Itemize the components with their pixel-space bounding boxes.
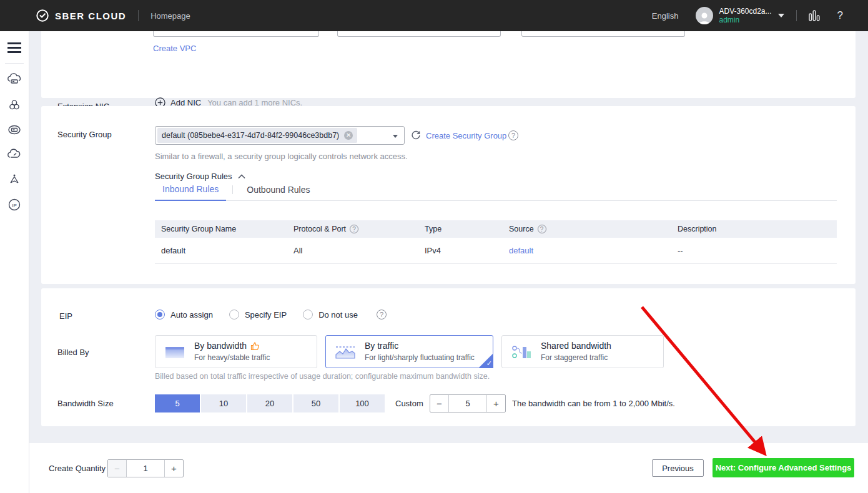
radio-specify-eip-label[interactable]: Specify EIP [245, 310, 287, 320]
account-menu[interactable]: ADV-360cd2a... admin [719, 7, 771, 24]
bw-value[interactable]: 5 [448, 395, 487, 412]
remove-tag-icon[interactable]: ✕ [344, 131, 353, 140]
table-row: default All IPv4 default -- [155, 238, 837, 264]
security-group-card: Security Group default (085bebe4-e317-4d… [41, 106, 856, 284]
source-default-link[interactable]: default [509, 246, 533, 255]
svg-text:IP: IP [12, 203, 17, 208]
thumbs-up-icon [250, 341, 260, 351]
col-security-group-name: Security Group Name [155, 225, 287, 233]
refresh-icon[interactable] [411, 130, 421, 140]
next-button[interactable]: Next: Configure Advanced Settings [713, 458, 854, 477]
subnet-select-cutoff[interactable] [337, 31, 501, 37]
col-description: Description [671, 225, 837, 233]
cloud-gauge-icon [7, 147, 22, 162]
create-security-group-link[interactable]: Create Security Group [426, 131, 506, 140]
help-icon[interactable]: ? [837, 9, 843, 22]
table-header-row: Security Group Name Protocol & Port? Typ… [155, 220, 837, 238]
radio-auto-assign-label[interactable]: Auto assign [170, 310, 213, 320]
cloud-server-icon [7, 72, 22, 87]
col-type: Type [418, 225, 503, 233]
radio-do-not-use-label[interactable]: Do not use [318, 310, 358, 320]
brand-logo[interactable]: SBER CLOUD [36, 9, 126, 22]
sidebar-item-ecs[interactable] [6, 72, 22, 88]
sidebar-item-server-group[interactable] [6, 97, 22, 113]
tab-inbound-rules[interactable]: Inbound Rules [155, 184, 226, 201]
billed-by-label: Billed By [57, 348, 89, 357]
billed-card-subtitle: For light/sharply fluctuating traffic [365, 353, 475, 363]
bw-preset-10[interactable]: 10 [201, 394, 246, 412]
sidebar-item-eip[interactable]: IP [6, 197, 22, 213]
qty-decrease-button[interactable]: − [108, 460, 126, 477]
billed-card-subtitle: For heavy/stable traffic [194, 353, 270, 363]
menu-icon[interactable] [7, 40, 21, 56]
traffic-chart-icon [334, 343, 357, 361]
group-icon [7, 97, 22, 112]
sidebar-item-image-service[interactable] [6, 172, 22, 188]
account-caret-icon[interactable] [778, 14, 784, 17]
billed-note: Billed based on total traffic irrespecti… [155, 372, 490, 381]
create-vpc-link[interactable]: Create VPC [153, 44, 196, 53]
avatar[interactable] [696, 7, 713, 24]
cell-type: IPv4 [418, 246, 503, 255]
user-icon [697, 11, 712, 24]
qty-increase-button[interactable]: + [165, 460, 183, 477]
ip-icon: IP [7, 197, 22, 212]
bandwidth-presets: 5 10 20 50 100 [155, 394, 385, 412]
radio-do-not-use[interactable] [303, 310, 313, 320]
sidebar-item-dedicated-host[interactable] [6, 122, 22, 138]
billed-by-options: By bandwidth For heavy/stable traffic By… [155, 335, 664, 368]
bandwidth-size-label: Bandwidth Size [57, 399, 114, 408]
billed-card-by-traffic[interactable]: By traffic For light/sharply fluctuating… [325, 335, 493, 368]
security-group-rules-label: Security Group Rules [155, 172, 232, 181]
sidebar-item-auto-scaling[interactable] [6, 147, 22, 163]
bw-decrease-button[interactable]: − [430, 395, 448, 412]
billed-card-title: Shared bandwidth [541, 341, 611, 351]
bandwidth-chart-icon [164, 343, 186, 361]
usage-stats-icon[interactable] [809, 10, 820, 21]
tab-outbound-rules[interactable]: Outbound Rules [239, 185, 317, 200]
qty-value[interactable]: 1 [126, 460, 165, 477]
left-sidebar: IP [0, 31, 29, 493]
security-group-help-icon[interactable]: ? [508, 130, 518, 140]
sidebar-divider [5, 63, 24, 64]
account-role: admin [719, 16, 771, 24]
cell-description: -- [671, 246, 837, 255]
security-group-description: Similar to a firewall, a security group … [155, 152, 408, 161]
security-group-select[interactable]: default (085bebe4-e317-4d7d-84f2-99046ce… [155, 126, 405, 145]
ip-select-cutoff[interactable] [521, 31, 685, 37]
chevron-up-icon [238, 174, 245, 179]
eip-options: Auto assign Specify EIP Do not use ? [155, 310, 387, 320]
footer-bar: Create Quantity − 1 + Previous Next: Con… [29, 443, 868, 493]
radio-auto-assign[interactable] [155, 310, 165, 320]
billed-card-shared-bandwidth[interactable]: Shared bandwidth For staggered traffic [501, 335, 664, 368]
protocol-help-icon[interactable]: ? [350, 225, 358, 233]
select-caret-icon[interactable] [393, 135, 398, 138]
eip-help-icon[interactable]: ? [377, 310, 387, 320]
vpc-select-cutoff[interactable] [153, 31, 319, 37]
tab-divider [232, 185, 233, 194]
col-protocol-port: Protocol & Port? [287, 225, 418, 233]
billed-card-by-bandwidth[interactable]: By bandwidth For heavy/stable traffic [155, 335, 317, 368]
nav-homepage[interactable]: Homepage [150, 11, 190, 21]
bw-preset-20[interactable]: 20 [247, 394, 292, 412]
rules-tabs: Inbound Rules Outbound Rules [155, 183, 837, 201]
bw-preset-5[interactable]: 5 [155, 394, 200, 412]
network-card: Create VPC Extension NIC Add NIC You can… [41, 31, 856, 98]
eip-card: EIP Auto assign Specify EIP Do not use ?… [41, 288, 856, 426]
language-selector[interactable]: English [652, 11, 679, 21]
inbound-rules-table: Security Group Name Protocol & Port? Typ… [155, 220, 837, 264]
security-group-tag: default (085bebe4-e317-4d7d-84f2-99046ce… [157, 128, 357, 143]
bw-preset-100[interactable]: 100 [340, 394, 385, 412]
radio-specify-eip[interactable] [229, 310, 239, 320]
bw-preset-50[interactable]: 50 [293, 394, 338, 412]
account-name: ADV-360cd2a... [719, 7, 771, 16]
sbercloud-logo-icon [36, 9, 49, 22]
previous-button[interactable]: Previous [652, 459, 704, 477]
custom-label: Custom [395, 399, 423, 408]
security-group-rules-toggle[interactable]: Security Group Rules [155, 172, 245, 181]
cell-protocol: All [287, 246, 418, 255]
top-header: SBER CLOUD Homepage English ADV-360cd2a.… [0, 0, 868, 31]
bw-increase-button[interactable]: + [487, 395, 505, 412]
source-help-icon[interactable]: ? [538, 225, 546, 233]
cell-name: default [155, 246, 287, 255]
